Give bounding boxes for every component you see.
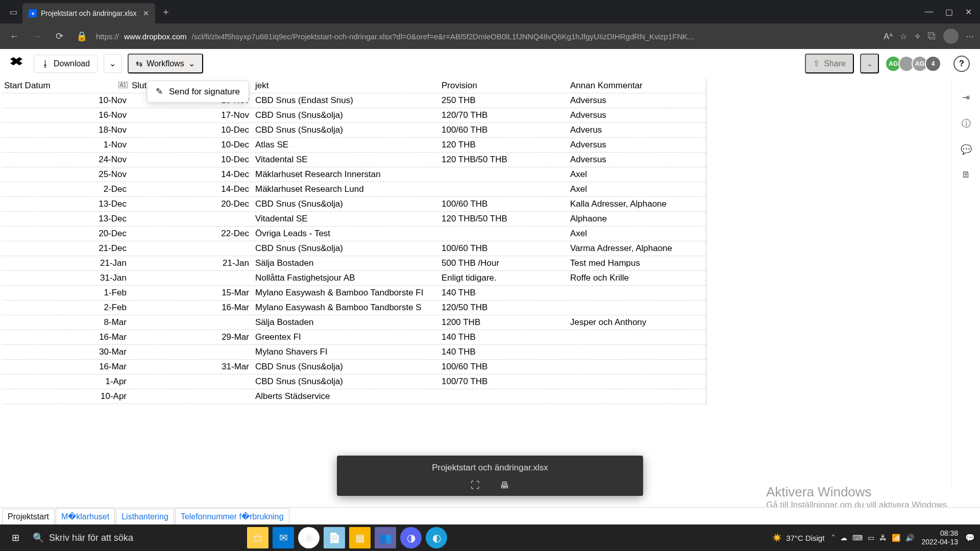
cell-start[interactable]: 1-Nov: [2, 140, 130, 150]
cell-projekt[interactable]: Mylano Easywash & Bamboo Tandborste FI: [252, 288, 438, 298]
spreadsheet-viewport[interactable]: Start DatumA1SlutjektProvisionAnnan Komm…: [0, 79, 980, 507]
maximize-icon[interactable]: ▢: [945, 7, 953, 17]
cell-projekt[interactable]: Sälja Bostaden: [252, 317, 438, 328]
cell-kommentar[interactable]: Roffe och Krille: [567, 273, 690, 283]
cell-slut[interactable]: 10-Dec: [130, 155, 252, 165]
keyboard-icon[interactable]: ⌨: [852, 534, 863, 542]
cell-projekt[interactable]: CBD Snus (Snus&olja): [252, 377, 438, 387]
sheet-tab-maklarhuset[interactable]: M�klarhuset: [56, 508, 115, 524]
table-row[interactable]: 13-DecVitadental SE120 THB/50 THBAlphaon…: [2, 212, 706, 227]
cell-kommentar[interactable]: Axel: [567, 229, 690, 239]
cell-projekt[interactable]: CBD Snus (Snus&olja): [252, 110, 438, 120]
cell-provision[interactable]: 1200 THB: [438, 317, 567, 328]
cell-provision[interactable]: 120 THB/50 THB: [438, 155, 567, 165]
weather-widget[interactable]: ☀️ 37°C Disigt: [772, 533, 824, 542]
cell-slut[interactable]: 16-Mar: [130, 303, 252, 313]
cell-projekt[interactable]: CBD Snus (Endast Snus): [252, 95, 438, 106]
cell-slut[interactable]: 17-Nov: [130, 110, 252, 120]
cell-slut[interactable]: 20-Dec: [130, 199, 252, 209]
cell-provision[interactable]: 500 THB /Hour: [438, 258, 567, 268]
cell-kommentar[interactable]: Adverus: [567, 125, 690, 135]
share-button[interactable]: ⇧ Share: [805, 54, 854, 73]
cell-slut[interactable]: 21-Jan: [130, 258, 252, 268]
cell-start[interactable]: 20-Dec: [2, 229, 130, 239]
cell-kommentar[interactable]: Adversus: [567, 155, 690, 165]
url-bar[interactable]: https://www.dropbox.com/scl/fi/zlx4f5hsy…: [96, 32, 873, 41]
table-row[interactable]: 24-Nov10-DecVitadental SE120 THB/50 THBA…: [2, 153, 706, 167]
cell-provision[interactable]: 100/60 THB: [438, 125, 567, 135]
chrome-icon[interactable]: ◉: [298, 527, 320, 548]
cell-start[interactable]: 30-Mar: [2, 347, 130, 357]
profile-avatar[interactable]: [943, 29, 959, 44]
cell-kommentar[interactable]: Axel: [567, 184, 690, 194]
table-row[interactable]: 31-JanNollåtta Fastighetsjour ABEnligt t…: [2, 271, 706, 286]
table-row[interactable]: 16-Mar29-MarGreentex FI140 THB: [2, 330, 706, 345]
sticky-notes-icon[interactable]: ▦: [349, 527, 371, 548]
table-row[interactable]: 1-Nov10-DecAtlas SE120 THBAdversus: [2, 138, 706, 153]
taskbar-search[interactable]: 🔍 Skriv här för att söka: [33, 528, 237, 548]
battery-icon[interactable]: ▭: [868, 534, 874, 542]
cell-start[interactable]: 2-Feb: [2, 303, 130, 313]
table-row[interactable]: 13-Dec20-DecCBD Snus (Snus&olja)100/60 T…: [2, 197, 706, 212]
cell-provision[interactable]: 120/50 THB: [438, 303, 567, 313]
active-tab[interactable]: ▾ Projektstart och ändringar.xlsx ✕: [22, 3, 155, 23]
cell-slut[interactable]: 31-Mar: [130, 362, 252, 372]
cell-projekt[interactable]: Greentex FI: [252, 332, 438, 342]
cell-provision[interactable]: 120 THB: [438, 140, 567, 150]
cell-provision[interactable]: 250 THB: [438, 95, 567, 106]
cell-kommentar[interactable]: Alphaone: [567, 214, 690, 224]
volume-icon[interactable]: 🔊: [905, 534, 914, 542]
table-row[interactable]: 30-MarMylano Shavers FI140 THB: [2, 345, 706, 360]
table-row[interactable]: 25-Nov14-DecMäklarhuset Research Innerst…: [2, 167, 706, 182]
cell-start[interactable]: 8-Mar: [2, 317, 130, 328]
cell-projekt[interactable]: CBD Snus (Snus&olja): [252, 243, 438, 254]
tray-chevron-icon[interactable]: ˄: [831, 534, 835, 542]
sheet-tab-telefonnummer[interactable]: Telefonnummer f�rbrukning: [175, 508, 289, 524]
cell-provision[interactable]: Enligt tidigare.: [438, 273, 567, 283]
cell-start[interactable]: 10-Nov: [2, 95, 130, 106]
favorite-icon[interactable]: ☆: [900, 32, 907, 41]
notifications-icon[interactable]: 💬: [965, 533, 975, 542]
col-kommentar[interactable]: Annan Kommentar: [567, 81, 690, 91]
cell-start[interactable]: 16-Nov: [2, 110, 130, 120]
browser-menu-icon[interactable]: ⋯: [966, 32, 974, 41]
cell-provision[interactable]: 100/60 THB: [438, 199, 567, 209]
cell-slut[interactable]: 15-Mar: [130, 288, 252, 298]
cell-start[interactable]: 18-Nov: [2, 125, 130, 135]
comments-icon[interactable]: 💬: [961, 144, 972, 155]
collaborator-avatars[interactable]: AG AG 4: [888, 56, 941, 72]
share-options-button[interactable]: ⌄: [860, 54, 879, 73]
cell-start[interactable]: 16-Mar: [2, 362, 130, 372]
cell-projekt[interactable]: Övriga Leads - Test: [252, 229, 438, 239]
cell-provision[interactable]: 120/70 THB: [438, 110, 567, 120]
file-activity-icon[interactable]: 🗎: [962, 169, 971, 180]
cell-slut[interactable]: 14-Dec: [130, 184, 252, 194]
cell-start[interactable]: 16-Mar: [2, 332, 130, 342]
cell-projekt[interactable]: Mäklarhuset Research Lund: [252, 184, 438, 194]
site-lock-icon[interactable]: 🔒: [74, 31, 90, 42]
close-window-icon[interactable]: ✕: [965, 7, 972, 17]
cell-kommentar[interactable]: Adversus: [567, 110, 690, 120]
download-button[interactable]: ⭳ Download: [34, 55, 97, 73]
fullscreen-icon[interactable]: ⛶: [471, 480, 480, 491]
cell-projekt[interactable]: CBD Snus (Snus&olja): [252, 362, 438, 372]
collections-icon[interactable]: ⿻: [928, 32, 936, 41]
cell-projekt[interactable]: Vitadental SE: [252, 214, 438, 224]
cell-projekt[interactable]: CBD Snus (Snus&olja): [252, 199, 438, 209]
table-row[interactable]: 1-Feb15-MarMylano Easywash & Bamboo Tand…: [2, 286, 706, 300]
cell-projekt[interactable]: Mäklarhuset Research Innerstan: [252, 169, 438, 180]
cell-start[interactable]: 13-Dec: [2, 214, 130, 224]
cell-projekt[interactable]: Atlas SE: [252, 140, 438, 150]
sheet-tab-listhantering[interactable]: Listhantering: [116, 509, 174, 524]
cell-provision[interactable]: 140 THB: [438, 332, 567, 342]
cell-provision[interactable]: 140 THB: [438, 288, 567, 298]
new-tab-button[interactable]: ＋: [161, 6, 170, 18]
col-provision[interactable]: Provision: [438, 81, 567, 91]
cell-slut[interactable]: 29-Mar: [130, 332, 252, 342]
table-row[interactable]: 2-Feb16-MarMylano Easywash & Bamboo Tand…: [2, 300, 706, 315]
cell-kommentar[interactable]: Axel: [567, 169, 690, 180]
table-row[interactable]: 16-Mar31-MarCBD Snus (Snus&olja)100/60 T…: [2, 360, 706, 374]
cell-kommentar[interactable]: Jesper och Anthony: [567, 317, 690, 328]
edge-icon[interactable]: ◐: [426, 527, 447, 548]
minimize-icon[interactable]: ―: [925, 7, 933, 17]
